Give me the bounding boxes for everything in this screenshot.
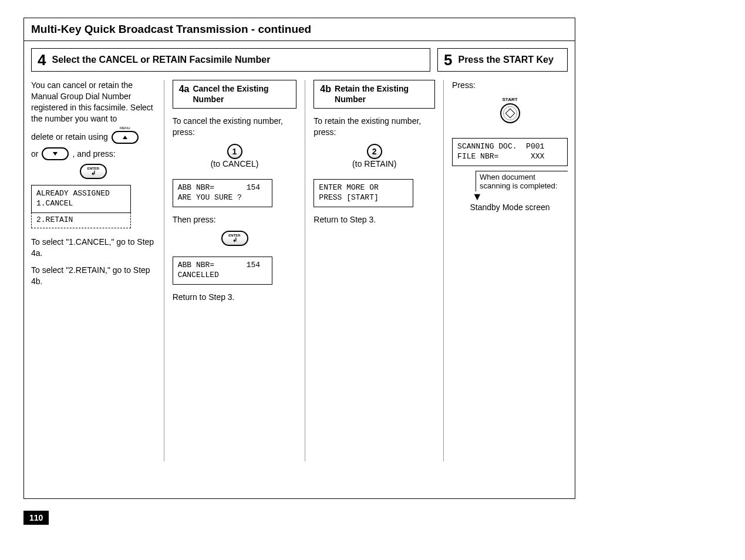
column-intro: You can cancel or retain the Manual Grou…: [31, 80, 164, 461]
display-top: ALREADY ASSIGNED 1.CANCEL: [31, 185, 131, 213]
enter-key: ENTER ↲: [80, 164, 107, 179]
4a-text-2: Then press:: [173, 214, 297, 225]
sub-title-4b: Retain the Existing Number: [335, 84, 429, 104]
up-arrow-icon: [122, 135, 128, 140]
display-scroll-box: ALREADY ASSIGNED 1.CANCEL 2.RETAIN: [31, 185, 156, 228]
down-arrow-icon: [52, 151, 58, 156]
4b-text-1: To retain the existing number, press:: [313, 116, 435, 138]
step-4-title: Select the CANCEL or RETAIN Facsimile Nu…: [52, 55, 270, 65]
intro-text-2a: delete or retain using: [31, 130, 108, 143]
sub-num-4b: 4b: [320, 84, 331, 95]
5-text-1: Press:: [452, 80, 568, 91]
step-headers: 4 Select the CANCEL or RETAIN Facsimile …: [24, 41, 575, 72]
nav-up-key: [112, 131, 139, 144]
start-label: START: [452, 97, 568, 102]
content-columns: You can cancel or retain the Manual Grou…: [24, 72, 575, 461]
4a-display-2: ABB NBR= 154 CANCELLED: [173, 257, 272, 285]
sub-header-4a: 4a Cancel the Existing Number: [173, 80, 297, 109]
column-4a: 4a Cancel the Existing Number To cancel …: [173, 80, 306, 461]
scan-note: When document scanning is completed:: [476, 171, 568, 191]
page-number: 110: [23, 511, 49, 525]
key-2-block: 2 (to RETAIN): [313, 144, 435, 168]
enter-key-4a: ENTER ↲: [221, 231, 248, 246]
nav-row-2: or , and press:: [31, 147, 156, 160]
4b-display-1: ENTER MORE OR PRESS [START]: [313, 179, 413, 207]
enter-arrow-icon-4a: ↲: [232, 237, 237, 243]
display-bottom: 2.RETAIN: [31, 212, 131, 228]
enter-key-block-4a: ENTER ↲: [173, 231, 297, 246]
enter-key-block: ENTER ↲: [31, 164, 156, 179]
start-key-icon: [500, 103, 520, 123]
start-button-block: START: [452, 97, 568, 125]
step-4-number: 4: [38, 52, 46, 68]
nav-row-1: delete or retain using MENU: [31, 130, 156, 144]
svg-marker-1: [53, 152, 58, 156]
step-5-header: 5 Press the START Key: [437, 48, 568, 72]
intro-text-2b: or: [31, 147, 38, 160]
down-arrow-icon: ▼: [472, 191, 568, 202]
intro-text-4: To select "2.RETAIN," go to Step 4b.: [31, 265, 156, 287]
key-2-label: (to RETAIN): [313, 159, 435, 168]
enter-arrow-icon: ↲: [91, 170, 96, 176]
menu-label: MENU: [112, 126, 139, 131]
intro-text-1: You can cancel or retain the Manual Grou…: [31, 80, 156, 124]
intro-text-2c: , and press:: [72, 147, 115, 160]
key-1-label: (to CANCEL): [173, 159, 297, 168]
sub-header-4b: 4b Retain the Existing Number: [313, 80, 435, 109]
section-title-bar: Multi-Key Quick Broadcast Transmission -…: [24, 18, 575, 41]
5-text-2: Standby Mode screen: [452, 202, 568, 213]
section-title: Multi-Key Quick Broadcast Transmission -…: [31, 23, 311, 35]
intro-text-3: To select "1.CANCEL," go to Step 4a.: [31, 237, 156, 259]
key-1: 1: [227, 144, 242, 159]
page-frame: Multi-Key Quick Broadcast Transmission -…: [23, 18, 575, 499]
column-5: Press: START SCANNING DOC. P001 FILE NBR…: [452, 80, 568, 461]
nav-up-key-wrap: MENU: [112, 130, 139, 144]
step-4-header: 4 Select the CANCEL or RETAIN Facsimile …: [31, 48, 430, 72]
5-display: SCANNING DOC. P001 FILE NBR= XXX: [452, 138, 568, 166]
svg-marker-0: [123, 136, 127, 139]
key-2: 2: [367, 144, 382, 159]
4a-text-1: To cancel the existing number, press:: [173, 116, 297, 138]
sub-num-4a: 4a: [179, 84, 190, 95]
4a-text-3: Return to Step 3.: [173, 292, 297, 303]
sub-title-4a: Cancel the Existing Number: [193, 84, 290, 104]
nav-down-key: [42, 147, 69, 160]
key-1-block: 1 (to CANCEL): [173, 144, 297, 168]
4b-text-2: Return to Step 3.: [313, 214, 435, 225]
4a-display-1: ABB NBR= 154 ARE YOU SURE ?: [173, 179, 272, 207]
step-5-title: Press the START Key: [458, 55, 553, 65]
step-5-number: 5: [444, 52, 452, 68]
column-4b: 4b Retain the Existing Number To retain …: [313, 80, 444, 461]
